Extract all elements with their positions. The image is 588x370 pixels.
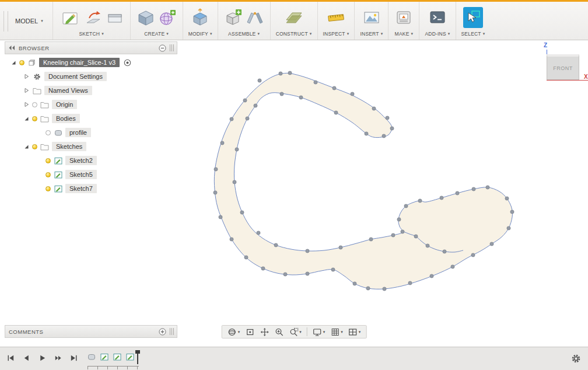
spline-control-point[interactable] xyxy=(257,231,260,235)
expand-arrow-icon[interactable] xyxy=(10,60,17,65)
play-button[interactable] xyxy=(36,352,48,364)
construct-plane-button[interactable] xyxy=(284,7,304,28)
browser-row-sketch2[interactable]: Sketch2 xyxy=(5,153,177,167)
browser-item-label[interactable]: Sketch2 xyxy=(65,156,97,165)
browser-item-label[interactable]: Document Settings xyxy=(44,72,107,81)
spline-control-point[interactable] xyxy=(507,226,510,230)
project-geometry-button[interactable] xyxy=(83,7,103,28)
spline-control-point[interactable] xyxy=(332,86,336,90)
spline-control-point[interactable] xyxy=(440,196,443,200)
browser-item-label[interactable]: Bodies xyxy=(52,114,80,123)
browser-item-label[interactable]: Origin xyxy=(52,100,77,109)
timeline-settings-gear-icon[interactable] xyxy=(571,354,581,364)
timeline-feature-sketch-3[interactable] xyxy=(125,351,135,362)
look-at-button[interactable] xyxy=(243,326,257,338)
toolbar-group-label-construct[interactable]: CONSTRUCT▾ xyxy=(276,31,312,37)
create-form-button[interactable] xyxy=(158,7,177,28)
spline-control-point[interactable] xyxy=(244,256,248,259)
spline-control-point[interactable] xyxy=(505,197,509,200)
visibility-bulb-icon[interactable] xyxy=(19,60,24,65)
browser-item-label[interactable]: Sketches xyxy=(52,142,86,151)
spline-control-point[interactable] xyxy=(472,187,475,191)
spline-control-point[interactable] xyxy=(306,249,309,253)
browser-item-label[interactable]: Sketch5 xyxy=(65,170,97,179)
spline-control-point[interactable] xyxy=(471,253,475,257)
activate-component-radio[interactable] xyxy=(124,59,131,67)
spline-control-point[interactable] xyxy=(365,132,368,135)
spline-control-point[interactable] xyxy=(386,116,389,120)
browser-row-profile[interactable]: profile xyxy=(5,125,177,139)
spline-control-point[interactable] xyxy=(334,111,338,114)
browser-item-label[interactable]: Kneeling chair_Slice-1 v3 xyxy=(39,58,120,67)
timeline-feature-body-0[interactable] xyxy=(86,351,97,362)
toolbar-group-label-modify[interactable]: MODIFY▾ xyxy=(188,31,212,37)
visibility-bulb-icon[interactable] xyxy=(46,172,51,177)
visibility-bulb-icon[interactable] xyxy=(32,116,37,121)
spline-control-point[interactable] xyxy=(339,246,342,249)
sketch-slot-button[interactable] xyxy=(105,7,125,28)
spline-control-point[interactable] xyxy=(486,186,489,189)
collapse-panel-icon[interactable] xyxy=(8,45,15,51)
visibility-bulb-icon[interactable] xyxy=(46,186,51,191)
spline-control-point[interactable] xyxy=(353,282,356,285)
spline-control-point[interactable] xyxy=(258,79,261,82)
visibility-bulb-icon[interactable] xyxy=(46,158,51,163)
viewcube-front-face[interactable]: FRONT xyxy=(547,54,579,80)
spline-control-point[interactable] xyxy=(418,199,422,203)
step-back-button[interactable] xyxy=(20,352,32,364)
browser-item-label[interactable]: Named Views xyxy=(44,86,92,95)
spline-control-point[interactable] xyxy=(274,243,278,247)
viewports-button[interactable]: ▾ xyxy=(346,326,363,338)
expand-arrow-icon[interactable] xyxy=(23,144,30,149)
create-box-button[interactable] xyxy=(136,7,156,28)
visibility-bulb-icon[interactable] xyxy=(32,144,37,149)
select-tool-button[interactable] xyxy=(463,7,483,28)
toolbar-group-label-make[interactable]: MAKE▾ xyxy=(395,31,414,37)
spline-control-point[interactable] xyxy=(233,180,236,184)
comments-panel-header[interactable]: COMMENTS xyxy=(5,325,177,338)
go-to-end-button[interactable] xyxy=(68,352,79,364)
spline-control-point[interactable] xyxy=(404,204,408,208)
browser-row-sketch5[interactable]: Sketch5 xyxy=(5,167,177,181)
create-sketch-button[interactable] xyxy=(58,6,82,29)
measure-button[interactable] xyxy=(326,7,346,28)
spline-control-point[interactable] xyxy=(391,233,395,237)
zoom-button[interactable] xyxy=(272,326,286,338)
display-settings-button[interactable]: ▾ xyxy=(310,326,328,338)
browser-panel-header[interactable]: BROWSER xyxy=(5,41,177,54)
browser-row-document-settings[interactable]: Document Settings xyxy=(5,69,177,83)
spline-control-point[interactable] xyxy=(243,99,247,102)
panel-drag-grip[interactable] xyxy=(170,44,174,51)
timeline-playhead[interactable] xyxy=(135,350,141,364)
spline-control-point[interactable] xyxy=(288,71,292,75)
collapse-arrow-icon[interactable] xyxy=(23,74,30,79)
spline-control-point[interactable] xyxy=(284,273,287,276)
spline-control-point[interactable] xyxy=(456,191,459,195)
browser-row-sketches[interactable]: Sketches xyxy=(5,139,177,153)
spline-control-point[interactable] xyxy=(430,274,433,278)
spline-control-point[interactable] xyxy=(331,268,335,271)
spline-control-point[interactable] xyxy=(408,281,412,285)
spline-control-point[interactable] xyxy=(426,244,429,247)
spline-control-point[interactable] xyxy=(220,141,224,145)
spline-control-point[interactable] xyxy=(299,96,303,99)
toolbar-group-label-inspect[interactable]: INSPECT▾ xyxy=(323,31,349,37)
add-comment-icon[interactable] xyxy=(159,328,166,336)
spline-control-point[interactable] xyxy=(214,167,218,171)
toolbar-group-label-assemble[interactable]: ASSEMBLE▾ xyxy=(228,31,260,37)
toolbar-group-label-create[interactable]: CREATE▾ xyxy=(144,31,169,37)
spline-control-point[interactable] xyxy=(383,287,386,291)
expand-arrow-icon[interactable] xyxy=(23,116,30,121)
browser-row-origin[interactable]: Origin xyxy=(5,97,177,111)
spline-control-point[interactable] xyxy=(246,117,249,120)
step-forward-button[interactable] xyxy=(52,352,64,364)
panel-drag-grip[interactable] xyxy=(170,328,174,335)
orbit-button[interactable]: ▾ xyxy=(225,326,243,338)
spline-control-point[interactable] xyxy=(214,191,217,194)
spline-control-point[interactable] xyxy=(510,210,514,214)
grid-and-snaps-button[interactable]: ▾ xyxy=(328,326,345,338)
visibility-bulb-icon[interactable] xyxy=(32,102,37,107)
zoom-window-button[interactable]: ▾ xyxy=(286,326,304,338)
minimize-panel-icon[interactable] xyxy=(159,44,166,52)
spline-control-point[interactable] xyxy=(261,267,265,270)
